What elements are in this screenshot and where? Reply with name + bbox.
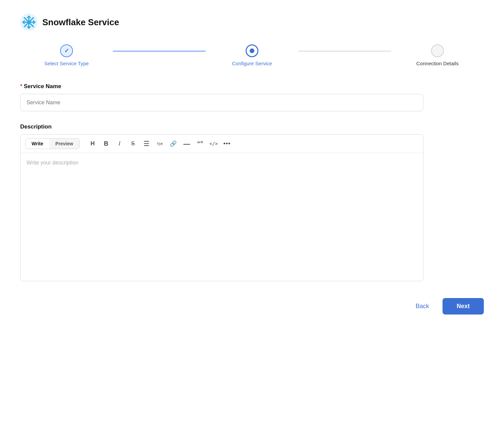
description-placeholder: Write your description xyxy=(27,160,78,165)
step-configure-service: Configure Service xyxy=(206,44,298,66)
italic-button[interactable]: I xyxy=(114,138,125,149)
description-group: Description Write Preview H B xyxy=(20,123,423,281)
tab-write[interactable]: Write xyxy=(26,139,49,149)
unordered-list-button[interactable]: ☰ xyxy=(141,138,152,149)
next-button[interactable]: Next xyxy=(443,298,484,315)
horizontal-rule-button[interactable]: — xyxy=(181,138,193,149)
blockquote-button[interactable]: “” xyxy=(195,138,206,149)
service-name-group: * Service Name xyxy=(20,83,423,111)
link-button[interactable]: 🔗 xyxy=(168,138,179,149)
app-title: Snowflake Service xyxy=(42,17,119,28)
step-circle-2 xyxy=(246,44,258,57)
code-button[interactable]: </> xyxy=(208,138,219,149)
step-connection-details: Connection Details xyxy=(391,44,484,66)
more-button[interactable]: ••• xyxy=(221,138,233,149)
snowflake-icon xyxy=(20,13,38,31)
heading-button[interactable]: H xyxy=(87,138,98,149)
description-label: Description xyxy=(20,123,423,130)
step-connector-2 xyxy=(298,51,391,51)
service-name-label: * Service Name xyxy=(20,83,423,90)
required-indicator: * xyxy=(20,83,23,90)
stepper: ✓ Select Service Type Configure Service … xyxy=(20,44,484,66)
form-section: * Service Name Description Write Preview… xyxy=(20,83,423,281)
description-editor-body[interactable]: Write your description xyxy=(20,153,423,281)
step-label-1: Select Service Type xyxy=(44,61,89,66)
step-select-service-type: ✓ Select Service Type xyxy=(20,44,113,66)
ordered-list-button[interactable]: ½≡ xyxy=(154,138,166,149)
description-editor: Write Preview H B I S xyxy=(20,134,423,281)
editor-tab-group: Write Preview xyxy=(25,138,80,149)
strikethrough-button[interactable]: S xyxy=(127,138,139,149)
active-inner-circle xyxy=(250,48,254,53)
step-circle-1: ✓ xyxy=(60,44,73,57)
step-circle-3 xyxy=(431,44,444,57)
bold-button[interactable]: B xyxy=(100,138,112,149)
editor-toolbar: Write Preview H B I S xyxy=(20,135,423,153)
checkmark-icon: ✓ xyxy=(64,47,69,54)
back-button[interactable]: Back xyxy=(409,298,436,315)
service-name-input[interactable] xyxy=(20,94,423,111)
step-label-3: Connection Details xyxy=(416,61,459,66)
step-label-2: Configure Service xyxy=(232,61,272,66)
app-header: Snowflake Service xyxy=(20,13,484,31)
step-connector-1 xyxy=(113,51,206,51)
tab-preview[interactable]: Preview xyxy=(49,139,79,149)
footer-actions: Back Next xyxy=(20,298,484,315)
